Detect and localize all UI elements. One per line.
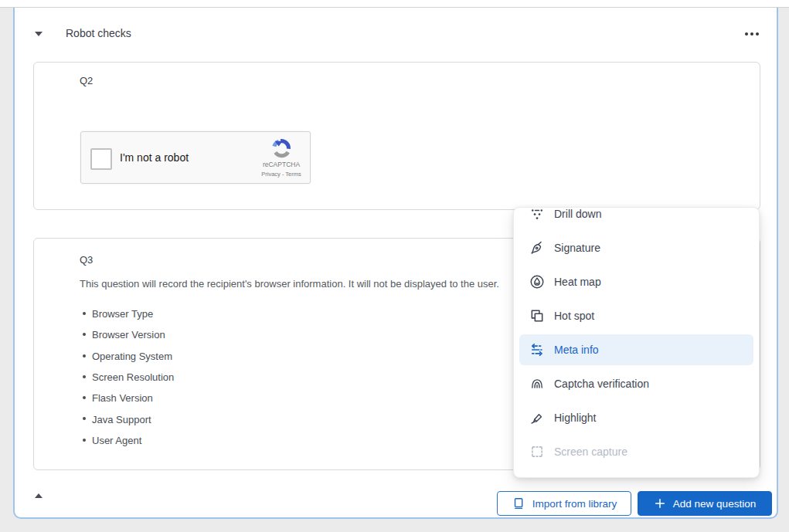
question-type-menu: Drill down Signature Heat m xyxy=(513,207,760,478)
block-title: Robot checks xyxy=(66,27,131,39)
list-item: Screen Resolution xyxy=(80,367,174,388)
question-card-q2[interactable]: Q2 I'm not a robot reCAPTCHA Privacy - T… xyxy=(33,62,760,210)
menu-item-signature[interactable]: Signature xyxy=(514,231,759,265)
drill-down-icon xyxy=(529,207,545,222)
screen-capture-icon xyxy=(529,444,545,459)
recaptcha-brand-text: reCAPTCHA xyxy=(263,161,300,168)
menu-item-label: Captcha verification xyxy=(554,378,649,390)
list-item: Browser Type xyxy=(80,303,174,324)
block-header: Robot checks xyxy=(15,8,777,62)
menu-item-screen-capture: Screen capture xyxy=(514,435,759,469)
menu-item-label: Hot spot xyxy=(554,310,594,322)
recaptcha-logo-icon xyxy=(270,137,293,160)
highlight-icon xyxy=(529,410,545,425)
menu-item-label: Heat map xyxy=(554,276,601,288)
recaptcha-checkbox[interactable] xyxy=(90,148,112,170)
caret-up-icon xyxy=(35,493,43,498)
book-icon xyxy=(512,496,525,510)
menu-item-label: Meta info xyxy=(554,344,599,356)
menu-item-label: Signature xyxy=(554,242,600,254)
previous-block-edge xyxy=(0,0,789,8)
block-collapse-bottom-button[interactable] xyxy=(31,488,46,503)
import-button-label: Import from library xyxy=(532,498,617,510)
menu-item-label: Highlight xyxy=(554,412,596,424)
meta-info-icon xyxy=(529,342,545,357)
menu-item-highlight[interactable]: Highlight xyxy=(514,401,759,435)
recaptcha-label: I'm not a robot xyxy=(120,151,189,164)
add-new-question-button[interactable]: Add new question xyxy=(638,491,772,516)
question-label: Q2 xyxy=(80,75,93,86)
menu-item-meta-info[interactable]: Meta info xyxy=(519,334,753,365)
meta-info-list: Browser Type Browser Version Operating S… xyxy=(80,303,174,451)
ellipsis-icon xyxy=(745,32,748,36)
question-label: Q3 xyxy=(80,254,93,266)
signature-icon xyxy=(529,240,545,256)
menu-item-label: Screen capture xyxy=(554,446,627,458)
menu-item-label: Drill down xyxy=(554,208,601,220)
captcha-verification-icon xyxy=(529,376,545,391)
plus-icon xyxy=(654,497,666,510)
list-item: Flash Version xyxy=(80,388,174,408)
block-options-button[interactable] xyxy=(736,24,767,44)
list-item: Java Support xyxy=(80,408,174,429)
menu-item-heat-map[interactable]: Heat map xyxy=(514,265,759,299)
list-item: Operating System xyxy=(80,346,174,367)
menu-item-captcha-verification[interactable]: Captcha verification xyxy=(514,367,759,401)
hot-spot-icon xyxy=(529,308,545,324)
recaptcha-privacy-terms-links[interactable]: Privacy - Terms xyxy=(261,171,301,178)
survey-builder-stage: Robot checks Q2 I'm not a robot reCAPT xyxy=(0,0,789,532)
menu-item-hot-spot[interactable]: Hot spot xyxy=(514,299,759,333)
block-collapse-button[interactable] xyxy=(31,26,46,42)
add-button-label: Add new question xyxy=(673,498,756,510)
recaptcha-branding: reCAPTCHA Privacy - Terms xyxy=(259,137,304,178)
question-description: This question will record the recipient'… xyxy=(80,278,499,290)
list-item: Browser Version xyxy=(80,324,174,345)
recaptcha-widget: I'm not a robot reCAPTCHA Privacy - Term… xyxy=(80,131,311,184)
list-item: User Agent xyxy=(80,430,174,451)
heat-map-icon xyxy=(529,274,545,290)
menu-item-drill-down[interactable]: Drill down xyxy=(514,207,759,231)
caret-down-icon xyxy=(35,32,43,36)
import-from-library-button[interactable]: Import from library xyxy=(497,491,631,516)
